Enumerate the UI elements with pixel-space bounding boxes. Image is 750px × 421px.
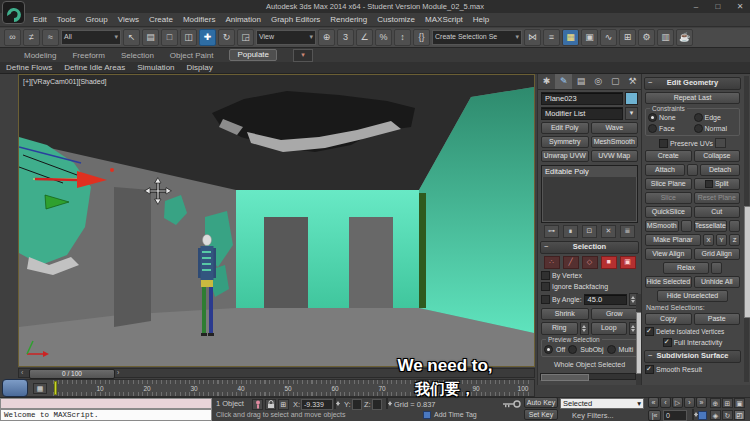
set-key-button[interactable]: Set Key [524,409,558,420]
grow-button[interactable]: Grow [591,308,639,320]
render-production-icon[interactable]: ☕ [676,29,693,46]
define-idle-areas-button[interactable]: Define Idle Areas [64,63,125,72]
repeat-last-button[interactable]: Repeat Last [645,92,740,104]
configure-modifier-sets-icon[interactable]: ≣ [620,225,635,238]
grid-align-button[interactable]: Grid Align [694,248,741,260]
loop-button[interactable]: Loop [591,322,628,335]
y-coordinate-field[interactable] [352,399,362,410]
track-bar-mode-icon[interactable]: ▦ [33,383,47,394]
maximize-button[interactable]: □ [712,0,724,13]
ribbon-tab-modeling[interactable]: Modeling [24,51,56,60]
menu-help[interactable]: Help [468,13,494,26]
animation-key-marker[interactable] [54,381,57,395]
mirror-icon[interactable]: ⋈ [524,29,541,46]
full-interactivity-checkbox[interactable] [663,338,672,347]
time-slider-handle[interactable]: 0 / 100 [29,369,115,379]
meshsmooth-button[interactable]: MeshSmooth [591,136,639,148]
menu-tools[interactable]: Tools [52,13,81,26]
delete-isolated-vertices-checkbox[interactable] [645,327,654,336]
shrink-button[interactable]: Shrink [541,308,589,320]
ribbon-tab-populate[interactable]: Populate [229,49,277,61]
z-coordinate-field[interactable] [372,399,382,410]
edge-subobject-icon[interactable]: ╱ [563,256,579,269]
select-and-rotate-icon[interactable]: ↻ [218,29,235,46]
preview-off-radio[interactable] [544,345,553,354]
zoom-icon[interactable]: ⊕ [710,398,721,408]
preview-multi-radio[interactable] [607,345,616,354]
symmetry-button[interactable]: Symmetry [541,136,589,148]
preserve-uvs-settings-icon[interactable] [715,138,726,148]
minimize-button[interactable]: – [690,0,702,13]
create-tab-icon[interactable]: ✱ [538,74,555,89]
unwrap-uvw-button[interactable]: Unwrap UVW [541,150,589,162]
orbit-icon[interactable]: ↻ [722,410,733,420]
ribbon-tab-selection[interactable]: Selection [121,51,154,60]
ribbon-flyout-icon[interactable]: ▾ [293,49,313,62]
tessellate-button[interactable]: Tessellate [694,220,728,232]
render-setup-icon[interactable]: ⚙ [638,29,655,46]
rendered-frame-window-icon[interactable]: ▥ [657,29,674,46]
make-planar-button[interactable]: Make Planar [645,234,701,246]
schematic-view-icon[interactable]: ⊞ [619,29,636,46]
selection-lock-icon[interactable] [265,399,276,410]
motion-tab-icon[interactable]: ◎ [590,74,607,89]
chevron-down-icon[interactable]: ▾ [625,107,638,120]
copy-button[interactable]: Copy [645,313,692,325]
select-and-scale-icon[interactable]: ◲ [237,29,254,46]
ribbon-tab-freeform[interactable]: Freeform [72,51,104,60]
view-align-button[interactable]: View Align [645,248,692,260]
zoom-all-icon[interactable]: ⊞ [722,398,733,408]
menu-create[interactable]: Create [144,13,178,26]
angle-snap-icon[interactable]: ∠ [356,29,373,46]
edit-poly-button[interactable]: Edit Poly [541,122,589,134]
reset-plane-button[interactable]: Reset Plane [694,192,741,204]
define-flows-button[interactable]: Define Flows [6,63,52,72]
menu-modifiers[interactable]: Modifiers [178,13,220,26]
zoom-extents-icon[interactable]: ▣ [734,398,745,408]
attach-button[interactable]: Attach [645,164,685,176]
3dsmax-logo-icon[interactable] [2,1,25,24]
select-object-icon[interactable]: ↖ [123,29,140,46]
msmooth-settings-icon[interactable] [681,220,692,232]
relax-settings-icon[interactable] [711,262,722,274]
percent-snap-icon[interactable]: % [375,29,392,46]
set-key-mode-icon[interactable] [503,400,521,410]
modifier-stack[interactable]: Editable Poly [541,165,638,223]
vertex-subobject-icon[interactable]: ∴ [544,256,560,269]
selection-rollout-header[interactable]: −Selection [540,241,639,254]
polygon-subobject-icon[interactable]: ■ [601,256,617,269]
curve-editor-icon[interactable]: ∿ [600,29,617,46]
constraint-none-radio[interactable] [648,113,657,122]
key-filters-button[interactable]: Key Filters... [572,411,614,420]
preview-subobj-radio[interactable] [568,345,577,354]
tessellate-settings-icon[interactable] [729,220,740,232]
maxscript-macro-recorder-field[interactable] [0,398,212,409]
msmooth-button[interactable]: MSmooth [645,220,679,232]
relax-button[interactable]: Relax [663,262,709,274]
select-and-manipulate-icon[interactable]: ⊕ [318,29,335,46]
by-vertex-checkbox[interactable] [541,271,550,280]
edit-geometry-rollout-header[interactable]: −Edit Geometry [644,77,741,90]
constraint-face-radio[interactable] [648,124,657,133]
make-planar-y-button[interactable]: Y [716,234,727,246]
pin-stack-icon[interactable]: ⊶ [544,225,559,238]
z-coordinate-spinner[interactable] [386,398,388,409]
close-button[interactable]: ✕ [734,0,746,13]
open-mini-curve-editor-button[interactable] [2,379,28,397]
menu-customize[interactable]: Customize [372,13,420,26]
unlink-selection-icon[interactable]: ≠ [23,29,40,46]
layer-manager-icon[interactable]: ▦ [562,29,579,46]
stack-item-editable-poly[interactable]: Editable Poly [542,166,637,177]
modify-tab-icon[interactable]: ✎ [555,74,572,89]
object-name-field[interactable]: Plane023 [541,92,623,105]
x-coordinate-field[interactable]: -9.339 [301,399,333,410]
x-coordinate-spinner[interactable] [334,398,336,409]
pan-view-icon[interactable]: ◈ [710,410,721,420]
attach-settings-icon[interactable] [687,164,698,176]
collapse-button[interactable]: Collapse [694,150,741,162]
maxscript-mini-listener[interactable]: Welcome to MAXScript. [0,409,212,421]
ignore-backfacing-checkbox[interactable] [541,282,550,291]
preserve-uvs-checkbox[interactable] [659,139,668,148]
graphite-modeling-icon[interactable]: ▣ [581,29,598,46]
viewport[interactable]: [+][VRayCam001][Shaded] [18,74,535,367]
